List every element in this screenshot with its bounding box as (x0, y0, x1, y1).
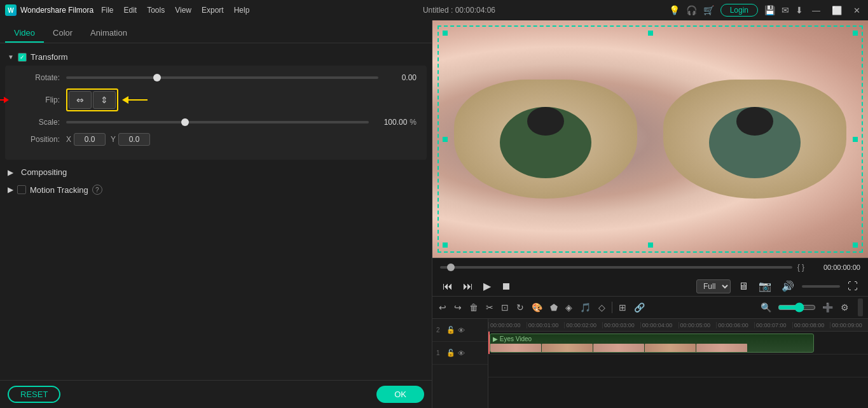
stop-button[interactable]: ⏹ (499, 279, 514, 293)
zoom-out-icon[interactable]: 🔍 (759, 301, 773, 314)
reset-button[interactable]: RESET (8, 386, 60, 403)
scale-thumb[interactable] (181, 118, 189, 126)
pos-y-field: Y 0.0 (111, 133, 150, 146)
pos-x-input[interactable]: 0.0 (74, 133, 106, 146)
download-icon[interactable]: ⬇ (796, 5, 803, 15)
help-icon[interactable]: ? (92, 185, 102, 195)
effects-button[interactable]: ⬟ (549, 301, 559, 314)
settings-tl-button[interactable]: ⚙ (839, 301, 850, 314)
position-label: Position: (15, 135, 60, 144)
bottom-bar: RESET OK (0, 380, 432, 408)
preview-canvas[interactable] (432, 20, 868, 258)
left-eye-area (454, 80, 637, 199)
mail-icon[interactable]: ✉ (782, 5, 789, 15)
track-lock-2[interactable]: 🔓 (446, 326, 455, 334)
step-back-button[interactable]: ⏭ (460, 279, 476, 293)
menu-file[interactable]: File (101, 6, 113, 15)
timeline-scrubber: { } 00:00:00:00 (432, 258, 868, 276)
color-tl-button[interactable]: 🎨 (530, 301, 544, 314)
rotate-value: 0.00 (385, 73, 417, 82)
cart-icon[interactable]: 🛒 (703, 5, 714, 15)
menu-export[interactable]: Export (202, 6, 224, 15)
link-button[interactable]: 🔗 (633, 301, 646, 314)
tab-video[interactable]: Video (5, 24, 44, 43)
ruler-8: 00:00:08:00 (792, 322, 830, 328)
menu-view[interactable]: View (175, 6, 191, 15)
thumb-3 (593, 344, 644, 353)
scrubber-track[interactable] (440, 266, 792, 269)
pos-y-label: Y (111, 135, 116, 144)
screen-icon[interactable]: 🖥 (736, 279, 751, 293)
left-panel: Video Color Animation ▼ Transform Rotate… (0, 20, 432, 408)
flip-label: Flip: (15, 95, 60, 104)
position-row: Position: X 0.0 Y 0.0 (15, 133, 417, 146)
keyframe-button[interactable]: ◇ (597, 301, 607, 314)
menu-edit[interactable]: Edit (124, 6, 137, 15)
track-header-2: 2 🔓 👁 (432, 319, 488, 342)
ruler-9: 00:00:09:00 (830, 322, 868, 328)
ok-button[interactable]: OK (376, 386, 424, 403)
collapse-bar[interactable] (858, 299, 863, 316)
rotate-tl-button[interactable]: ↻ (515, 301, 525, 314)
flip-horizontal-button[interactable]: ⇔ (69, 91, 92, 109)
track-lock-1[interactable]: 🔓 (446, 349, 455, 357)
menu-help[interactable]: Help (234, 6, 250, 15)
undo-button[interactable]: ↩ (437, 301, 448, 314)
scrubber-thumb[interactable] (447, 264, 455, 271)
headphone-icon[interactable]: 🎧 (686, 5, 697, 15)
transform-checkbox[interactable] (18, 53, 27, 62)
playback-bar: { } 00:00:00:00 ⏮ ⏭ ▶ ⏹ Full 🖥 📷 🔊 ⛶ (432, 258, 868, 296)
menu-tools[interactable]: Tools (147, 6, 165, 15)
zoom-in-icon[interactable]: ➕ (821, 301, 834, 314)
tab-animation[interactable]: Animation (81, 24, 136, 43)
transform-arrow: ▼ (8, 53, 14, 60)
login-button[interactable]: Login (720, 4, 758, 17)
cut-button[interactable]: ✂ (485, 301, 495, 314)
motion-tracking-section-header[interactable]: ▶ Motion Tracking ? (0, 181, 432, 199)
delete-button[interactable]: 🗑 (468, 301, 479, 314)
flip-vertical-button[interactable]: ⇕ (93, 91, 116, 109)
play-button[interactable]: ▶ (481, 279, 493, 293)
rotate-slider[interactable] (66, 76, 378, 79)
audio-button[interactable]: 🎵 (579, 301, 592, 314)
timeline-track-headers: 2 🔓 👁 1 🔓 👁 (432, 319, 488, 408)
menu-bar: File Edit Tools View Export Help (101, 6, 249, 15)
skip-back-button[interactable]: ⏮ (440, 279, 455, 293)
flip-row: Flip: ⇔ ⇕ (15, 88, 417, 111)
pos-y-input[interactable]: 0.0 (118, 133, 150, 146)
minimize-button[interactable]: — (809, 6, 823, 15)
scale-slider[interactable] (66, 121, 369, 123)
volume-slider[interactable] (802, 285, 840, 288)
ruler-2: 00:00:02:00 (564, 322, 602, 328)
flip-controls: ⇔ ⇕ (66, 88, 148, 111)
red-arrow-line (0, 99, 5, 101)
crop-button[interactable]: ⊡ (500, 301, 510, 314)
compositing-section-header[interactable]: ▶ Compositing (0, 164, 432, 181)
fullscreen-icon[interactable]: ⛶ (845, 279, 860, 293)
track-vis-1[interactable]: 👁 (458, 349, 465, 357)
save-icon[interactable]: 💾 (764, 5, 775, 15)
thumb-1 (490, 344, 541, 353)
motion-tracking-checkbox[interactable] (17, 185, 26, 194)
volume-icon[interactable]: 🔊 (779, 279, 797, 293)
track-vis-2[interactable]: 👁 (458, 327, 465, 334)
quality-select[interactable]: Full (696, 279, 731, 293)
tab-color[interactable]: Color (44, 24, 81, 43)
position-inputs: X 0.0 Y 0.0 (66, 133, 150, 146)
right-panel: { } 00:00:00:00 ⏮ ⏭ ▶ ⏹ Full 🖥 📷 🔊 ⛶ (432, 20, 868, 408)
transform-section-header[interactable]: ▼ Transform (0, 48, 432, 66)
rotate-thumb[interactable] (153, 74, 161, 81)
maximize-button[interactable]: ⬜ (829, 6, 844, 15)
pos-x-label: X (66, 135, 71, 144)
snap-button[interactable]: ⊞ (617, 301, 628, 314)
zoom-slider[interactable] (778, 302, 816, 313)
scale-unit: % (410, 118, 417, 127)
adjust-button[interactable]: ◈ (564, 301, 574, 314)
close-button[interactable]: ✕ (851, 6, 863, 15)
bulb-icon[interactable]: 💡 (669, 5, 680, 15)
video-clip[interactable]: ▶ Eyes Video (490, 334, 814, 353)
titlebar-left: W Wondershare Filmora File Edit Tools Vi… (5, 4, 249, 16)
snapshot-icon[interactable]: 📷 (756, 279, 774, 293)
yellow-arrowhead (122, 96, 128, 104)
redo-button[interactable]: ↪ (453, 301, 463, 314)
